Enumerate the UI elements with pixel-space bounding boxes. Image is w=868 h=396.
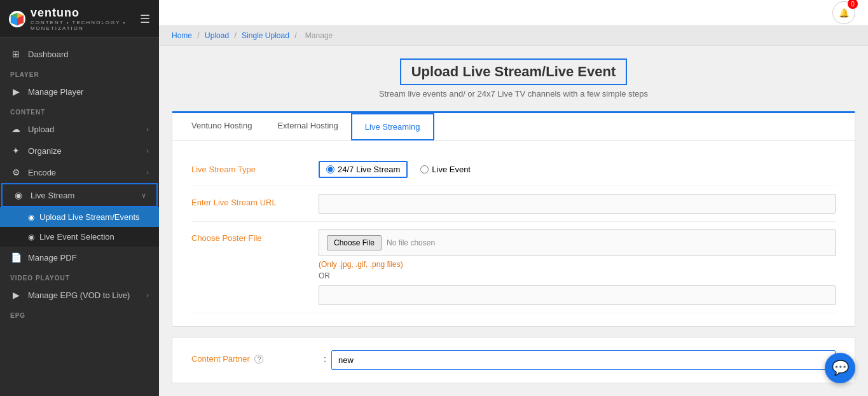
- content-partner-card: Content Partner ? :: [172, 337, 855, 383]
- tab-live-streaming[interactable]: Live Streaming: [351, 113, 434, 140]
- tab-ventuno-hosting-label: Ventuno Hosting: [191, 121, 252, 130]
- sidebar-label-manage-player: Manage Player: [28, 87, 149, 97]
- sidebar-sublabel-live-event-selection: Live Event Selection: [39, 232, 114, 242]
- sidebar-subitem-live-event-selection[interactable]: ◉ Live Event Selection: [0, 227, 159, 247]
- live-event-icon: ◉: [28, 233, 34, 242]
- content-partner-help-icon[interactable]: ?: [254, 355, 263, 364]
- form-colon: :: [319, 350, 331, 364]
- breadcrumb-sep2: /: [234, 31, 236, 40]
- radio-live-event-input[interactable]: [420, 165, 429, 174]
- form-body: Live Stream Type 24/7 Live Stream Live E…: [172, 140, 855, 326]
- choose-file-button[interactable]: Choose File: [327, 235, 382, 250]
- tab-ventuno-hosting[interactable]: Ventuno Hosting: [179, 113, 265, 140]
- epg-chevron: ›: [146, 291, 149, 299]
- form-row-stream-url: Enter Live Stream URL: [191, 186, 836, 222]
- organize-chevron: ›: [146, 147, 149, 154]
- epg-icon: ▶: [10, 290, 22, 300]
- upload-chevron: ›: [146, 125, 149, 133]
- breadcrumb-manage: Manage: [305, 31, 333, 40]
- breadcrumb-sep1: /: [197, 31, 199, 40]
- page-title: Upload Live Stream/Live Event: [400, 58, 628, 85]
- stream-type-field: 24/7 Live Stream Live Event: [319, 161, 836, 178]
- live-stream-chevron: ∨: [141, 191, 146, 200]
- logo-sub: CONTENT • TECHNOLOGY • MONETIZATION: [31, 20, 140, 31]
- breadcrumb-upload[interactable]: Upload: [205, 31, 229, 40]
- dashboard-icon: ⊞: [10, 49, 22, 59]
- encode-icon: ⚙: [10, 167, 22, 177]
- section-label-epg: EPG: [0, 306, 159, 322]
- stream-type-radio-group: 24/7 Live Stream Live Event: [319, 161, 836, 178]
- radio-live-event-label: Live Event: [432, 165, 471, 174]
- tab-external-hosting-label: External Hosting: [277, 121, 338, 130]
- stream-type-label: Live Stream Type: [191, 161, 319, 174]
- sidebar-item-manage-pdf[interactable]: 📄 Manage PDF: [0, 247, 159, 268]
- topbar: 🔔 0: [159, 0, 868, 26]
- sidebar-nav: ⊞ Dashboard PLAYER ▶ Manage Player CONTE…: [0, 38, 159, 327]
- organize-icon: ✦: [10, 146, 22, 156]
- sidebar-item-upload[interactable]: ☁ Upload ›: [0, 118, 159, 140]
- tab-external-hosting[interactable]: External Hosting: [265, 113, 350, 140]
- sidebar-item-live-stream[interactable]: ◉ Live Stream ∨: [1, 183, 158, 207]
- radio-247-live-stream[interactable]: 24/7 Live Stream: [319, 161, 408, 178]
- file-type-hint: (Only .jpg, .gif, .png files): [319, 260, 836, 269]
- breadcrumb-home[interactable]: Home: [172, 31, 192, 40]
- section-label-content: CONTENT: [0, 102, 159, 118]
- notification-button[interactable]: 🔔 0: [832, 1, 855, 24]
- notification-badge: 0: [848, 0, 858, 9]
- upload-live-icon: ◉: [28, 213, 34, 222]
- sidebar-item-encode[interactable]: ⚙ Encode ›: [0, 161, 159, 183]
- sidebar-logo: ventuno CONTENT • TECHNOLOGY • MONETIZAT…: [0, 0, 159, 38]
- radio-247-input[interactable]: [326, 165, 334, 174]
- poster-field: Choose File No file chosen (Only .jpg, .…: [319, 229, 836, 305]
- main-card: Ventuno Hosting External Hosting Live St…: [172, 111, 855, 327]
- stream-url-input[interactable]: [319, 194, 836, 214]
- stream-url-label: Enter Live Stream URL: [191, 194, 319, 207]
- chat-icon: 💬: [832, 360, 849, 376]
- radio-live-event[interactable]: Live Event: [420, 165, 471, 174]
- logo-text: ventuno: [31, 6, 79, 19]
- upload-icon: ☁: [10, 124, 22, 134]
- chat-widget[interactable]: 💬: [825, 353, 855, 383]
- poster-label: Choose Poster File: [191, 229, 319, 243]
- sidebar-label-encode: Encode: [28, 168, 146, 177]
- live-stream-submenu: ◉ Upload Live Stream/Events ◉ Live Event…: [0, 207, 159, 247]
- sidebar-label-live-stream: Live Stream: [31, 191, 141, 200]
- ventuno-logo-icon: [9, 8, 25, 31]
- sidebar-subitem-upload-live-stream[interactable]: ◉ Upload Live Stream/Events: [0, 207, 159, 227]
- file-chooser-area: Choose File No file chosen: [319, 229, 836, 256]
- sidebar-item-manage-epg[interactable]: ▶ Manage EPG (VOD to Live) ›: [0, 284, 159, 306]
- sidebar-item-organize[interactable]: ✦ Organize ›: [0, 140, 159, 161]
- sidebar-label-manage-epg: Manage EPG (VOD to Live): [28, 290, 146, 300]
- form-row-content-partner: Content Partner ? :: [191, 348, 836, 372]
- hamburger-icon[interactable]: ☰: [140, 12, 150, 26]
- live-stream-icon: ◉: [13, 190, 24, 200]
- or-label: OR: [319, 271, 836, 280]
- page-content-area: Upload Live Stream/Live Event Stream liv…: [159, 46, 868, 396]
- logo-text-group: ventuno CONTENT • TECHNOLOGY • MONETIZAT…: [31, 6, 140, 31]
- breadcrumb-single-upload[interactable]: Single Upload: [242, 31, 289, 40]
- content-partner-text: Content Partner: [191, 354, 250, 364]
- sidebar-sublabel-upload-live-stream: Upload Live Stream/Events: [39, 212, 140, 222]
- breadcrumb: Home / Upload / Single Upload / Manage: [159, 26, 868, 46]
- bell-icon: 🔔: [839, 8, 850, 18]
- stream-url-field: [319, 194, 836, 214]
- form-row-stream-type: Live Stream Type 24/7 Live Stream Live E…: [191, 153, 836, 186]
- main-content: 🔔 0 Home / Upload / Single Upload / Mana…: [159, 0, 868, 396]
- sidebar-label-organize: Organize: [28, 146, 146, 156]
- pdf-icon: 📄: [10, 252, 22, 263]
- content-partner-input[interactable]: [331, 350, 836, 370]
- radio-247-label: 24/7 Live Stream: [338, 165, 400, 174]
- poster-url-input[interactable]: [319, 285, 836, 305]
- breadcrumb-sep3: /: [294, 31, 296, 40]
- page-header: Upload Live Stream/Live Event Stream liv…: [172, 58, 855, 99]
- section-label-video-playout: VIDEO PLAYOUT: [0, 268, 159, 284]
- sidebar-label-dashboard: Dashboard: [28, 50, 149, 59]
- sidebar-label-manage-pdf: Manage PDF: [28, 253, 149, 263]
- sidebar-label-upload: Upload: [28, 125, 146, 134]
- encode-chevron: ›: [146, 168, 149, 176]
- sidebar-item-dashboard[interactable]: ⊞ Dashboard: [0, 43, 159, 65]
- sidebar-item-manage-player[interactable]: ▶ Manage Player: [0, 81, 159, 102]
- page-subtitle: Stream live events and/ or 24x7 Live TV …: [172, 89, 855, 99]
- section-label-player: PLAYER: [0, 65, 159, 81]
- content-partner-label: Content Partner ?: [191, 350, 319, 364]
